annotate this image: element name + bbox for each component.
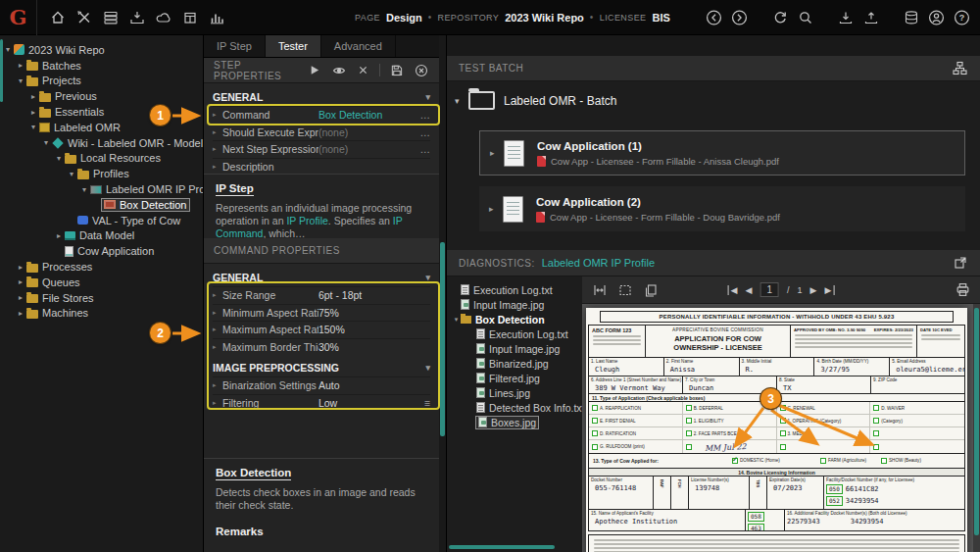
property-value[interactable]: Auto xyxy=(318,379,418,391)
property-row[interactable]: Size Range 6pt - 18pt xyxy=(213,286,430,304)
viewer-canvas[interactable]: PERSONALLY IDENTIFIABLE INFORMATION - WI… xyxy=(582,304,973,552)
diagnostic-file-item[interactable]: Filtered.jpg xyxy=(447,371,582,385)
tree-item[interactable]: Labeled OMR IP Profile xyxy=(0,181,203,197)
expand-arrow-icon[interactable] xyxy=(16,309,25,318)
app-logo[interactable]: G xyxy=(0,0,37,35)
collapse-icon[interactable]: ▾ xyxy=(425,273,430,282)
tree-item[interactable]: Batches xyxy=(0,58,203,74)
tab[interactable]: IP Step xyxy=(204,35,266,57)
expand-arrow-icon[interactable] xyxy=(490,148,504,158)
tree-item[interactable]: VAL - Type of Cow xyxy=(0,213,203,228)
row-expand-icon[interactable] xyxy=(213,111,222,119)
search-icon[interactable] xyxy=(797,9,813,25)
row-expand-icon[interactable] xyxy=(213,399,222,407)
expand-arrow-icon[interactable] xyxy=(79,185,89,194)
property-value[interactable]: Box Detection xyxy=(318,109,418,121)
viewer-scrollbar[interactable] xyxy=(973,304,980,552)
diagnostic-file-item[interactable]: Execution Log.txt xyxy=(447,282,582,297)
property-row[interactable]: Next Step Expression (none) … xyxy=(213,140,430,158)
tree-item[interactable]: File Stores xyxy=(0,290,203,306)
diagnostic-file-item[interactable]: Detected Box Info.txt xyxy=(447,400,582,415)
package-icon[interactable] xyxy=(181,9,198,25)
row-expand-icon[interactable] xyxy=(213,381,222,389)
tree-item[interactable]: Box Detection xyxy=(0,197,203,213)
panel-scrollbar[interactable] xyxy=(439,35,446,552)
horizontal-scrollbar[interactable] xyxy=(449,545,555,549)
diagnostic-file-item[interactable]: Input Image.jpg xyxy=(447,341,582,356)
tree-item[interactable]: Local Resources xyxy=(0,151,203,167)
batch-folder-row[interactable]: Labeled OMR - Batch xyxy=(455,91,616,110)
diagnostic-file-item[interactable]: Execution Log.txt xyxy=(447,326,582,341)
row-expand-icon[interactable] xyxy=(213,343,222,351)
tree-item[interactable]: Wiki - Labeled OMR - Model xyxy=(0,135,203,151)
group-header-image-preprocessing[interactable]: IMAGE PREPROCESSING ▾ xyxy=(213,359,430,376)
save-icon[interactable] xyxy=(388,62,405,78)
property-value[interactable]: 150% xyxy=(318,324,418,335)
first-page-icon[interactable]: ◀ xyxy=(728,285,738,295)
tree-item[interactable]: Profiles xyxy=(0,166,203,181)
tree-item[interactable]: Projects xyxy=(0,74,203,89)
doc-link[interactable]: IP Profile xyxy=(286,215,327,226)
expand-arrow-icon[interactable] xyxy=(41,138,51,147)
collapse-icon[interactable]: ▾ xyxy=(425,363,430,373)
ellipsis-button[interactable]: … xyxy=(418,109,430,121)
tab[interactable]: Tester xyxy=(266,35,321,57)
expand-arrow-icon[interactable] xyxy=(455,96,466,106)
tree-item[interactable]: Previous xyxy=(0,88,203,104)
tree-item[interactable]: Essentials xyxy=(0,104,203,120)
forward-icon[interactable] xyxy=(731,9,748,25)
upload-icon[interactable] xyxy=(862,9,879,25)
property-value[interactable]: 30% xyxy=(318,341,418,353)
fit-width-icon[interactable] xyxy=(591,281,608,298)
row-menu-icon[interactable]: ≡ xyxy=(418,397,430,409)
property-row[interactable]: Description xyxy=(213,158,430,175)
property-row[interactable]: Should Execute Expression (none) … xyxy=(213,124,430,141)
property-value[interactable]: 6pt - 18pt xyxy=(318,289,418,301)
row-expand-icon[interactable] xyxy=(213,326,222,333)
property-value[interactable]: (none) xyxy=(318,126,418,138)
property-value[interactable]: (none) xyxy=(318,143,418,155)
last-page-icon[interactable]: ▶ xyxy=(824,285,834,295)
page-value[interactable]: Design xyxy=(386,12,422,24)
database-icon[interactable] xyxy=(903,9,919,25)
property-row[interactable]: Filtering Low ≡ xyxy=(213,394,430,411)
group-header-general[interactable]: GENERAL ▾ xyxy=(213,88,430,106)
tab[interactable]: Advanced xyxy=(321,35,396,57)
import-box-icon[interactable] xyxy=(128,9,145,25)
download-icon[interactable] xyxy=(837,9,854,25)
diagnostic-file-item[interactable]: Box Detection xyxy=(447,312,582,326)
property-value[interactable]: 75% xyxy=(318,307,418,319)
expand-arrow-icon[interactable] xyxy=(28,108,38,117)
expand-arrow-icon[interactable] xyxy=(16,61,25,70)
next-page-icon[interactable]: ▶ xyxy=(810,285,817,295)
scrollbar-thumb[interactable] xyxy=(440,242,445,436)
repository-value[interactable]: 2023 Wiki Repo xyxy=(505,12,584,24)
expand-arrow-icon[interactable] xyxy=(16,263,25,272)
diagnostic-file-item[interactable]: Binarized.jpg xyxy=(447,356,582,371)
page-number-input[interactable]: 1 xyxy=(760,282,779,297)
property-row[interactable]: Maximum Aspect Ratio 150% xyxy=(213,321,430,338)
eye-icon[interactable] xyxy=(330,62,347,78)
property-row[interactable]: Minimum Aspect Ratio 75% xyxy=(213,304,430,322)
row-expand-icon[interactable] xyxy=(213,145,222,153)
expand-arrow-icon[interactable] xyxy=(28,92,38,101)
select-zone-icon[interactable] xyxy=(616,281,633,298)
tools-icon[interactable] xyxy=(75,9,92,25)
expand-arrow-icon[interactable] xyxy=(16,293,25,302)
diagnostic-file-item[interactable]: Lines.jpg xyxy=(447,385,582,400)
diagnostic-file-item[interactable]: Input Image.jpg xyxy=(447,297,582,312)
row-expand-icon[interactable] xyxy=(213,309,222,317)
property-row[interactable]: Maximum Border Thickness 30% xyxy=(213,338,430,356)
property-row[interactable]: Binarization Settings Auto xyxy=(213,376,430,394)
batch-document[interactable]: Cow Application (2) Cow App - Licensee -… xyxy=(479,186,965,231)
row-expand-icon[interactable] xyxy=(213,163,222,171)
expand-arrow-icon[interactable] xyxy=(28,123,38,131)
row-expand-icon[interactable] xyxy=(213,291,222,299)
tree-item[interactable]: Cow Application xyxy=(0,243,203,259)
hierarchy-icon[interactable] xyxy=(952,60,968,76)
row-expand-icon[interactable] xyxy=(213,128,222,136)
user-icon[interactable] xyxy=(928,9,945,25)
open-external-icon[interactable] xyxy=(952,255,968,272)
diagnostic-file-item[interactable]: Boxes.jpg xyxy=(447,415,582,429)
expand-arrow-icon[interactable] xyxy=(54,231,64,240)
